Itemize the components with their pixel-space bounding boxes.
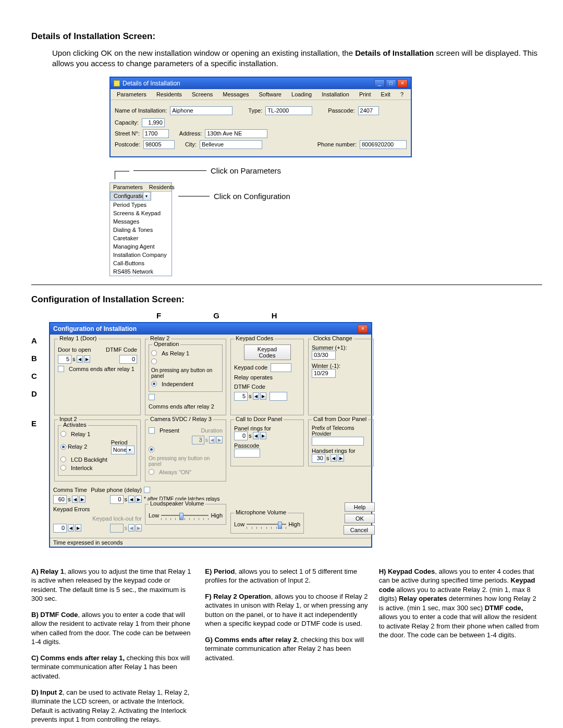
star-checkbox[interactable] — [144, 487, 150, 493]
comms2-checkbox[interactable] — [149, 394, 155, 400]
spin-right-icon[interactable]: ▶ — [260, 432, 266, 439]
spin-left-icon[interactable]: ◀ — [253, 432, 259, 439]
group-star-loud: * after DTMF code latches relays Loudspe… — [144, 485, 227, 535]
spin-right-icon[interactable]: ▶ — [79, 496, 85, 503]
phone-input[interactable] — [360, 140, 407, 149]
postcode-input[interactable] — [143, 140, 175, 149]
passcode2-input[interactable] — [234, 449, 260, 458]
keypad-code-input[interactable] — [271, 363, 291, 372]
street-input[interactable] — [143, 129, 169, 138]
menu-screens[interactable]: Screens — [188, 90, 217, 98]
maximize-button[interactable]: □ — [386, 79, 396, 88]
menu-residents[interactable]: Residents — [152, 90, 186, 98]
handset-rings-input[interactable] — [312, 454, 325, 463]
prefix-input[interactable] — [312, 437, 364, 446]
spin-left-icon[interactable]: ◀ — [77, 355, 83, 363]
menu-software[interactable]: Software — [255, 90, 286, 98]
close-button[interactable]: × — [397, 79, 408, 88]
menu-residents[interactable]: Residents — [146, 183, 178, 191]
menu-item-dialing-tones[interactable]: Dialing & Tones — [110, 226, 172, 234]
menu-item-configuration[interactable]: Configuration — [110, 192, 151, 201]
phone-label: Phone number: — [317, 141, 357, 147]
inp2-lcd-radio[interactable] — [60, 456, 66, 462]
menu-exit[interactable]: Exit — [377, 90, 395, 98]
spin-right-icon[interactable]: ▶ — [260, 392, 266, 400]
letter-d: D — [31, 389, 45, 398]
name-input[interactable] — [170, 106, 232, 115]
help-button[interactable]: Help — [345, 502, 375, 512]
comms-time-input[interactable] — [53, 495, 67, 504]
spin-right-icon[interactable]: ▶ — [84, 355, 90, 363]
menu-item-installation-company[interactable]: Installation Company — [110, 251, 172, 259]
op-ind-radio[interactable] — [151, 381, 157, 387]
spin-left-icon[interactable]: ◀ — [72, 496, 78, 503]
period-label: Period — [111, 439, 128, 446]
config-titlebar[interactable]: Configuration of Installation × — [50, 323, 371, 335]
dtmf-input[interactable] — [119, 355, 137, 364]
descriptions: A) Relay 1, allows you to adjust the tim… — [31, 560, 542, 729]
menu-print[interactable]: Print — [355, 90, 375, 98]
cancel-button[interactable]: Cancel — [344, 525, 375, 535]
menu-help[interactable]: ? — [396, 90, 408, 98]
prefix-label: Prefix of Telecoms Provider — [312, 425, 370, 437]
op-ind-label: Independent — [162, 381, 193, 387]
loud-slider[interactable] — [161, 515, 209, 516]
inp2-inter-radio[interactable] — [60, 465, 66, 471]
menu-parameters[interactable]: Parameters — [113, 90, 151, 98]
keypad-codes-button[interactable]: Keypad Codes — [244, 344, 291, 360]
status-bar: Time expressed in seconds — [50, 538, 371, 547]
panel-rings-input[interactable] — [234, 431, 248, 440]
door-open-input[interactable] — [58, 355, 71, 364]
passcode-input[interactable] — [358, 106, 379, 115]
present-checkbox[interactable] — [149, 427, 155, 434]
inp2-r2-radio[interactable] — [60, 444, 66, 450]
spin-left-icon[interactable]: ◀ — [253, 392, 259, 400]
relay-operates-label: Relay operates — [234, 374, 273, 380]
menu-parameters[interactable]: Parameters — [110, 183, 146, 191]
keypad-errors-input[interactable] — [53, 524, 67, 533]
legend-activates: Activates — [62, 422, 88, 428]
winter-input[interactable] — [312, 369, 336, 378]
type-label: Type: — [248, 107, 262, 114]
parameters-menu: Parameters Residents Configuration Perio… — [109, 182, 172, 276]
app-icon — [114, 80, 120, 87]
spin-right-icon[interactable]: ▶ — [75, 524, 81, 532]
menu-loading[interactable]: Loading — [287, 90, 316, 98]
menu-item-managing-agent[interactable]: Managing Agent — [110, 242, 172, 251]
city-input[interactable] — [200, 140, 262, 149]
menu-messages[interactable]: Messages — [218, 90, 253, 98]
menu-installation[interactable]: Installation — [317, 90, 353, 98]
spin-right-icon[interactable]: ▶ — [338, 454, 344, 462]
menu-item-call-buttons[interactable]: Call-Buttons — [110, 259, 172, 267]
spin-left-icon[interactable]: ◀ — [331, 454, 337, 462]
minimize-button[interactable]: _ — [374, 79, 385, 88]
pulse-input[interactable] — [110, 495, 124, 504]
relay-operates-input[interactable] — [234, 392, 248, 401]
spin-right-icon[interactable]: ▶ — [136, 496, 142, 503]
period-select[interactable]: None — [111, 446, 134, 454]
dtmf2-input[interactable] — [270, 392, 287, 401]
address-input[interactable] — [205, 129, 267, 138]
spin-left-icon[interactable]: ◀ — [128, 496, 134, 503]
menu-item-messages[interactable]: Messages — [110, 217, 172, 226]
postcode-label: Postcode: — [115, 141, 140, 147]
inp2-r1-radio[interactable] — [60, 431, 66, 437]
menu-item-screens-keypad[interactable]: Screens & Keypad — [110, 209, 172, 217]
details-titlebar[interactable]: Details of Installation _ □ × — [111, 78, 411, 89]
close-button[interactable]: × — [358, 325, 368, 333]
menu-item-rs485[interactable]: RS485 Network — [110, 267, 172, 276]
mic-slider[interactable] — [247, 524, 286, 525]
comms1-checkbox[interactable] — [58, 366, 64, 372]
capacity-input[interactable] — [142, 118, 165, 127]
op-as-radio[interactable] — [151, 350, 157, 356]
op-press-radio[interactable] — [151, 359, 157, 364]
group-keypad: Keypad Codes Keypad Codes Keypad code Re… — [230, 339, 304, 415]
menu-item-period-types[interactable]: Period Types — [110, 201, 172, 209]
ok-button[interactable]: OK — [345, 514, 375, 523]
letter-a: A — [31, 336, 45, 345]
group-call-to: Call to Door Panel Panel rings for s◀▶ P… — [230, 419, 304, 466]
summer-input[interactable] — [312, 351, 336, 360]
menu-item-caretaker[interactable]: Caretaker — [110, 234, 172, 242]
type-input[interactable] — [265, 106, 312, 115]
spin-left-icon[interactable]: ◀ — [68, 524, 74, 532]
